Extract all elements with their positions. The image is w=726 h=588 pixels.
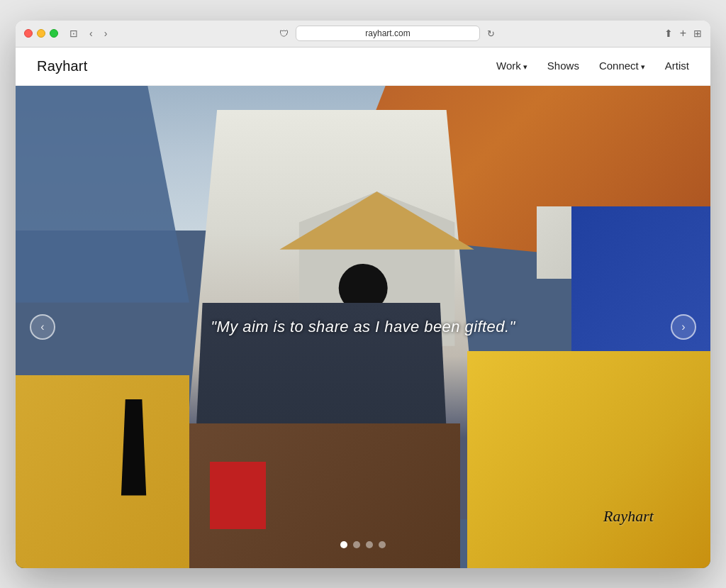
traffic-lights	[24, 29, 58, 38]
nav-connect[interactable]: Connect	[599, 60, 645, 72]
share-icon[interactable]: ⬆	[664, 28, 673, 39]
browser-right-controls: ⬆ + ⊞	[664, 27, 702, 40]
slider-prev-button[interactable]: ‹	[30, 314, 55, 340]
chevron-right-icon: ›	[681, 321, 685, 333]
nav-menu: Work Shows Connect Artist	[496, 60, 689, 72]
site-logo[interactable]: Rayhart	[37, 58, 87, 74]
nav-work[interactable]: Work	[496, 60, 527, 72]
yellow-left-layer	[16, 375, 189, 568]
sidebar-toggle-icon[interactable]: ⊡	[67, 26, 81, 40]
title-bar: ⊡ ‹ › 🛡 rayhart.com ↻ ⬆ + ⊞	[16, 21, 710, 48]
quote-overlay: "My aim is to share as I have been gifte…	[211, 318, 515, 336]
slide-dot-1[interactable]	[340, 541, 347, 548]
slide-dot-2[interactable]	[353, 541, 360, 548]
nav-shows[interactable]: Shows	[547, 60, 579, 72]
forward-icon[interactable]: ›	[101, 26, 111, 40]
reload-icon[interactable]: ↻	[487, 28, 495, 39]
hero-quote: "My aim is to share as I have been gifte…	[211, 318, 515, 336]
back-icon[interactable]: ‹	[86, 26, 96, 40]
nav-artist[interactable]: Artist	[665, 60, 689, 72]
yellow-right-layer	[467, 351, 710, 568]
browser-window: ⊡ ‹ › 🛡 rayhart.com ↻ ⬆ + ⊞ Rayhart Work…	[16, 21, 710, 568]
red-accent-layer	[210, 462, 265, 529]
tabs-grid-icon[interactable]: ⊞	[693, 28, 702, 39]
artist-signature: Rayhart	[603, 507, 654, 526]
slider-dots	[340, 541, 386, 548]
chevron-left-icon: ‹	[40, 321, 44, 333]
shield-icon: 🛡	[279, 28, 289, 39]
address-bar-area: 🛡 rayhart.com ↻	[110, 26, 664, 41]
address-input[interactable]: rayhart.com	[296, 26, 480, 41]
maximize-button[interactable]	[50, 29, 58, 38]
site-navigation: Rayhart Work Shows Connect Artist	[16, 48, 710, 86]
slider-next-button[interactable]: ›	[671, 314, 696, 340]
slide-dot-4[interactable]	[379, 541, 386, 548]
new-tab-icon[interactable]: +	[680, 27, 686, 40]
slide-dot-3[interactable]	[366, 541, 373, 548]
window-controls: ⊡ ‹ ›	[67, 26, 110, 40]
minimize-button[interactable]	[37, 29, 45, 38]
close-button[interactable]	[24, 29, 33, 38]
hero-slider: "My aim is to share as I have been gifte…	[16, 86, 710, 568]
